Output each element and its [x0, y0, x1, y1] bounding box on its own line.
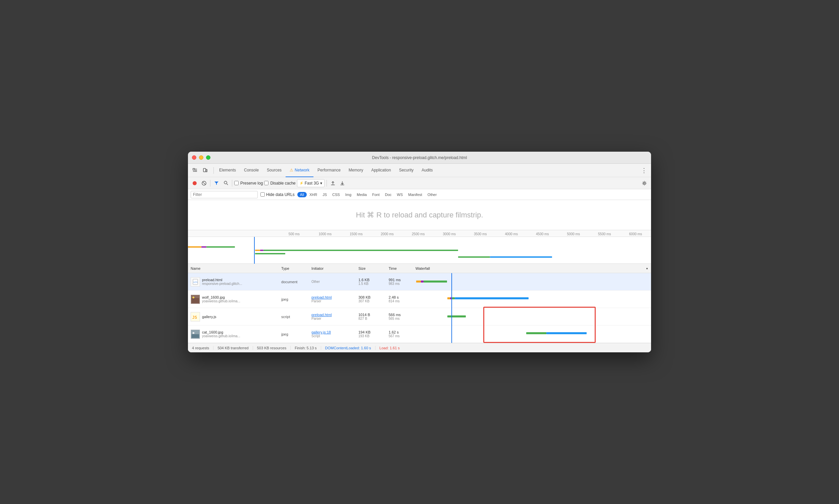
svg-rect-16 — [458, 256, 490, 258]
timeline-area: 500 ms 1000 ms 1500 ms 2000 ms 2500 ms 3… — [188, 230, 651, 264]
row-time: 991 ms 983 ms — [389, 278, 415, 286]
row-filename: cat_1600.jpg — [202, 330, 240, 334]
row-url: yoavweiss.github.io/ima... — [202, 334, 240, 338]
hide-data-urls-checkbox[interactable] — [261, 192, 265, 197]
ruler-mark-2500: 2500 ms — [403, 232, 434, 237]
row-filename: wolf_1600.jpg — [202, 295, 240, 299]
tab-security[interactable]: Security — [395, 164, 417, 177]
table-row[interactable]: </> preload.html responsive-preload.glit… — [188, 273, 651, 291]
filter-type-font[interactable]: Font — [370, 192, 382, 197]
filter-type-css[interactable]: CSS — [329, 192, 343, 197]
col-header-time[interactable]: Time — [389, 266, 415, 270]
row-name-cell: cat_1600.jpg yoavweiss.github.io/ima... — [191, 329, 281, 339]
table-rows: </> preload.html responsive-preload.glit… — [188, 273, 651, 343]
tab-console[interactable]: Console — [240, 164, 263, 177]
device-toggle-icon[interactable] — [201, 166, 210, 175]
row-url: yoavweiss.github.io/ima... — [202, 299, 240, 303]
network-warning-icon: ⚠ — [290, 168, 293, 173]
col-header-initiator[interactable]: Initiator — [311, 266, 358, 270]
ruler-mark-6000: 6000 ms — [620, 232, 651, 237]
svg-rect-28 — [447, 297, 450, 299]
filter-type-xhr[interactable]: XHR — [307, 192, 320, 197]
filter-type-img[interactable]: Img — [343, 192, 354, 197]
filter-type-media[interactable]: Media — [354, 192, 370, 197]
tab-audits[interactable]: Audits — [417, 164, 436, 177]
disable-cache-label[interactable]: Disable cache — [264, 181, 295, 185]
filter-type-other[interactable]: Other — [425, 192, 440, 197]
preserve-log-label[interactable]: Preserve log — [234, 181, 263, 185]
row-url: responsive-preload.glitch... — [202, 282, 242, 286]
filter-type-manifest[interactable]: Manifest — [406, 192, 425, 197]
tab-sources[interactable]: Sources — [263, 164, 286, 177]
table-header: Name Type Initiator Size Time Waterfall … — [188, 264, 651, 273]
svg-rect-31 — [455, 297, 529, 299]
svg-rect-0 — [193, 168, 195, 170]
disable-cache-checkbox[interactable] — [264, 181, 268, 185]
filmstrip-hint: Hit ⌘ R to reload and capture filmstrip. — [356, 211, 483, 219]
status-bar: 4 requests 504 KB transferred 503 KB res… — [188, 343, 651, 352]
ruler-mark-4000: 4000 ms — [496, 232, 527, 237]
file-icon-html: </> — [191, 277, 200, 287]
row-time: 1.62 s 567 ms — [389, 330, 415, 338]
svg-rect-2 — [206, 169, 207, 172]
col-header-size[interactable]: Size — [358, 266, 389, 270]
throttle-select[interactable]: ⚡ Fast 3G ▾ — [297, 179, 325, 187]
table-row[interactable]: wolf_1600.jpg yoavweiss.github.io/ima...… — [188, 291, 651, 308]
hide-data-urls-label[interactable]: Hide data URLs — [261, 192, 294, 197]
record-button[interactable] — [191, 179, 199, 187]
search-button[interactable] — [222, 179, 230, 187]
maximize-button[interactable] — [206, 155, 210, 160]
tab-elements[interactable]: Elements — [215, 164, 240, 177]
export-button[interactable] — [338, 179, 346, 187]
filter-type-all[interactable]: All — [297, 192, 307, 197]
table-row[interactable]: JS gallery.js script preload.html Parser — [188, 308, 651, 325]
row-name-cell: wolf_1600.jpg yoavweiss.github.io/ima... — [191, 294, 281, 304]
import-button[interactable] — [329, 179, 337, 187]
svg-rect-26 — [192, 298, 199, 303]
status-dom-content: DOMContentLoaded: 1.60 s — [325, 346, 376, 350]
more-tabs-button[interactable]: ⋮ — [640, 166, 648, 175]
tab-performance[interactable]: Performance — [314, 164, 345, 177]
close-button[interactable] — [192, 155, 196, 160]
ruler-mark-500: 500 ms — [279, 232, 310, 237]
tab-memory[interactable]: Memory — [345, 164, 367, 177]
svg-rect-1 — [203, 168, 206, 172]
network-toolbar: Preserve log Disable cache ⚡ Fast 3G ▾ — [188, 177, 651, 189]
tab-application[interactable]: Application — [367, 164, 395, 177]
svg-rect-11 — [207, 246, 235, 248]
filter-type-ws[interactable]: WS — [394, 192, 406, 197]
throttle-icon: ⚡ — [299, 181, 303, 185]
preserve-log-checkbox[interactable] — [234, 181, 238, 185]
table-row[interactable]: cat_1600.jpg yoavweiss.github.io/ima... … — [188, 325, 651, 343]
tab-icons — [191, 166, 210, 175]
filter-type-js[interactable]: JS — [320, 192, 329, 197]
tabs-row: Elements Console Sources ⚠ Network Perfo… — [188, 164, 651, 177]
col-header-type[interactable]: Type — [281, 266, 311, 270]
row-size: 194 KB 193 KB — [358, 330, 389, 338]
settings-button[interactable] — [640, 179, 648, 187]
row-waterfall-3 — [415, 308, 648, 325]
ruler-mark-3500: 3500 ms — [465, 232, 496, 237]
col-header-name[interactable]: Name — [191, 266, 281, 270]
tab-network[interactable]: ⚠ Network — [286, 164, 314, 177]
row-name-texts: wolf_1600.jpg yoavweiss.github.io/ima... — [202, 295, 240, 303]
minimize-button[interactable] — [199, 155, 203, 160]
status-load: Load: 1.61 s — [379, 346, 404, 350]
traffic-lights — [192, 155, 210, 160]
row-time: 2.48 s 814 ms — [389, 295, 415, 303]
row-name-cell: </> preload.html responsive-preload.glit… — [191, 277, 281, 287]
filter-button[interactable] — [212, 179, 220, 187]
svg-point-27 — [193, 296, 195, 298]
clear-button[interactable] — [200, 179, 208, 187]
inspect-icon[interactable] — [191, 166, 199, 175]
svg-rect-23 — [424, 281, 447, 283]
filter-type-doc[interactable]: Doc — [382, 192, 394, 197]
status-resources: 503 KB resources — [257, 346, 291, 350]
svg-rect-9 — [188, 246, 201, 248]
col-header-waterfall[interactable]: Waterfall ▲ — [415, 266, 648, 270]
devtools-window: DevTools - responsive-preload.glitch.me/… — [188, 152, 651, 352]
filter-input[interactable] — [191, 191, 258, 198]
row-initiator: preload.html Parser — [311, 295, 358, 303]
filter-row: Hide data URLs All XHR JS CSS Img Media … — [188, 189, 651, 200]
timeline-ruler: 500 ms 1000 ms 1500 ms 2000 ms 2500 ms 3… — [188, 230, 651, 237]
